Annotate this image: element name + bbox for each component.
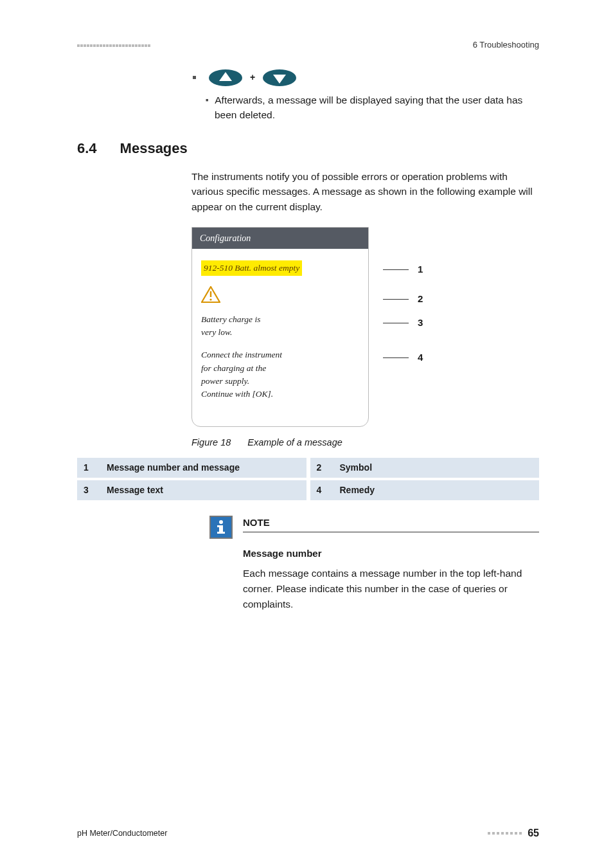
plus-symbol: + <box>250 71 255 84</box>
note-body: Each message contains a message number i… <box>243 566 539 612</box>
legend-row-4: 4 Remedy <box>310 480 540 500</box>
section-heading: 6.4 Messages <box>77 138 539 159</box>
figure-caption: Figure 18 Example of a message <box>191 436 539 450</box>
legend-text-2: Symbol <box>340 461 373 475</box>
device-titlebar: Configuration <box>192 228 368 249</box>
note-title: NOTE <box>243 516 539 532</box>
legend-num-2: 2 <box>317 461 327 475</box>
legend-text-4: Remedy <box>340 484 375 497</box>
remedy-text: Connect the instrument for charging at t… <box>201 348 359 401</box>
callout-4: 4 <box>418 350 423 365</box>
figure-caption-text: Example of a message <box>247 437 342 448</box>
step-result-text: Afterwards, a message will be displayed … <box>206 93 539 123</box>
message-text-line2: very low. <box>201 327 232 337</box>
legend-table: 1 Message number and message 3 Message t… <box>77 458 539 503</box>
footer-right: 65 <box>488 826 539 841</box>
down-arrow-key-icon <box>262 68 298 87</box>
page-footer: pH Meter/Conductometer 65 <box>77 826 539 841</box>
legend-num-3: 3 <box>84 484 94 497</box>
figure-label: Figure 18 <box>191 437 231 448</box>
device-figure: Configuration 912-510 Batt. almost empty… <box>191 227 539 428</box>
note-block: NOTE Message number Each message contain… <box>209 516 539 612</box>
svg-rect-9 <box>217 532 225 534</box>
svg-point-6 <box>209 298 211 300</box>
remedy-line4: Continue with [OK]. <box>201 389 273 399</box>
page-number: 65 <box>528 826 539 841</box>
remedy-line1: Connect the instrument <box>201 350 282 359</box>
page-header: 6 Troubleshooting <box>77 39 539 51</box>
header-dots <box>77 39 151 51</box>
device-screen: Configuration 912-510 Batt. almost empty… <box>191 227 369 428</box>
legend-num-1: 1 <box>84 461 94 475</box>
legend-text-3: Message text <box>107 484 163 497</box>
remedy-line2: for charging at the <box>201 363 266 373</box>
message-code-highlight: 912-510 Batt. almost empty <box>201 260 302 276</box>
legend-row-2: 2 Symbol <box>310 458 540 478</box>
callout-2: 2 <box>418 292 423 307</box>
legend-num-4: 4 <box>317 484 327 497</box>
key-combo-row: + <box>193 68 539 87</box>
callout-1: 1 <box>418 262 423 277</box>
legend-text-1: Message number and message <box>107 461 240 475</box>
device-body: 912-510 Batt. almost empty Battery charg… <box>192 249 368 427</box>
section-intro: The instruments notify you of possible e… <box>191 169 539 214</box>
legend-row-1: 1 Message number and message <box>77 458 306 478</box>
remedy-line3: power supply. <box>201 376 249 386</box>
svg-rect-10 <box>217 525 222 527</box>
bullet-icon <box>193 76 196 79</box>
header-chapter: 6 Troubleshooting <box>473 39 539 51</box>
callout-numbers: 1 2 3 4 <box>383 227 423 365</box>
warning-triangle-icon <box>201 286 359 307</box>
legend-row-3: 3 Message text <box>77 480 306 500</box>
section-title: Messages <box>120 138 188 159</box>
section-number: 6.4 <box>77 138 97 159</box>
message-text: Battery charge is very low. <box>201 313 359 338</box>
note-subtitle: Message number <box>243 547 539 561</box>
svg-point-7 <box>219 520 223 524</box>
up-arrow-key-icon <box>208 68 244 87</box>
callout-3: 3 <box>418 316 423 330</box>
message-text-line1: Battery charge is <box>201 314 260 324</box>
info-icon <box>209 516 233 539</box>
footer-product: pH Meter/Conductometer <box>77 827 167 840</box>
